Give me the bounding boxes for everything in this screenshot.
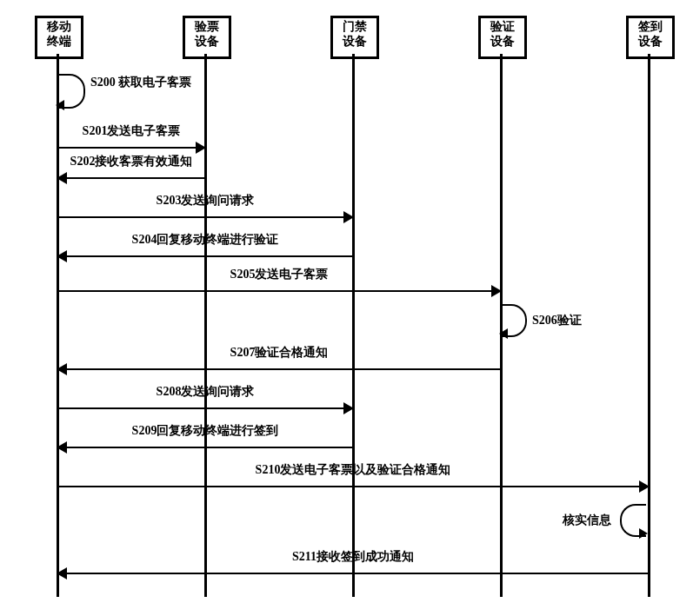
arrow-left-icon	[57, 172, 67, 184]
message-label: S201发送电子客票	[83, 123, 181, 139]
selfloop-label: 核实信息	[563, 513, 611, 528]
participant-verify-device: 验证 设备	[478, 16, 527, 59]
arrow-right-icon	[491, 285, 502, 297]
participant-mobile-terminal: 移动 终端	[35, 16, 83, 59]
participant-label: 移动	[37, 20, 81, 35]
arrow-left-icon	[57, 363, 67, 375]
lifeline-mobile-terminal	[57, 54, 59, 597]
participant-label: 设备	[629, 35, 672, 50]
message-label: S204回复移动终端进行验证	[132, 232, 279, 248]
selfloop-label: S206验证	[532, 313, 582, 328]
message-s209: S209回复移动终端进行签到	[57, 439, 353, 456]
selfloop-label: S200 获取电子客票	[90, 76, 191, 90]
participant-checkin-device: 签到 设备	[626, 16, 675, 59]
message-label: S205发送电子客票	[230, 267, 329, 282]
participant-ticket-device: 验票 设备	[183, 16, 231, 59]
message-label: S208发送询问请求	[157, 384, 255, 400]
arrow-left-icon	[57, 250, 67, 262]
message-s207: S207验证合格通知	[57, 361, 501, 378]
arrow-left-icon	[57, 441, 67, 454]
participant-label: 终端	[37, 35, 81, 50]
arrow-right-icon	[639, 480, 650, 493]
participant-label: 设备	[481, 35, 524, 50]
message-label: S203发送询问请求	[157, 193, 255, 209]
arrow-right-icon	[343, 402, 354, 414]
message-s208: S208发送询问请求	[57, 400, 353, 417]
message-label: S211接收签到成功通知	[292, 549, 414, 565]
lifeline-gate-device	[352, 54, 355, 597]
participant-label: 门禁	[333, 20, 376, 35]
participant-label: 签到	[629, 20, 672, 35]
participant-label: 验票	[185, 20, 229, 35]
lifeline-ticket-device	[204, 54, 207, 597]
participant-label: 设备	[333, 35, 376, 50]
participant-label: 验证	[481, 20, 524, 35]
message-label: S207验证合格通知	[230, 345, 329, 361]
participant-gate-device: 门禁 设备	[330, 16, 379, 59]
lifeline-checkin-device	[648, 54, 650, 597]
message-s205: S205发送电子客票	[57, 282, 501, 300]
message-s203: S203发送询问请求	[57, 209, 353, 226]
arrow-right-icon	[196, 142, 206, 154]
arrow-left-icon	[57, 567, 67, 580]
participant-label: 设备	[185, 35, 229, 50]
message-label: S209回复移动终端进行签到	[132, 423, 279, 439]
message-s202: S202接收客票有效通知	[57, 169, 205, 187]
arrow-right-icon	[343, 211, 354, 223]
message-s210: S210发送电子客票以及验证合格通知	[57, 478, 649, 495]
message-label: S210发送电子客票以及验证合格通知	[256, 462, 451, 478]
message-s211: S211接收签到成功通知	[57, 565, 649, 582]
sequence-diagram: 移动 终端 验票 设备 门禁 设备 验证 设备 签到 设备 S200 获取电子客…	[0, 0, 693, 616]
message-label: S202接收客票有效通知	[70, 154, 193, 169]
message-s204: S204回复移动终端进行验证	[57, 248, 353, 265]
